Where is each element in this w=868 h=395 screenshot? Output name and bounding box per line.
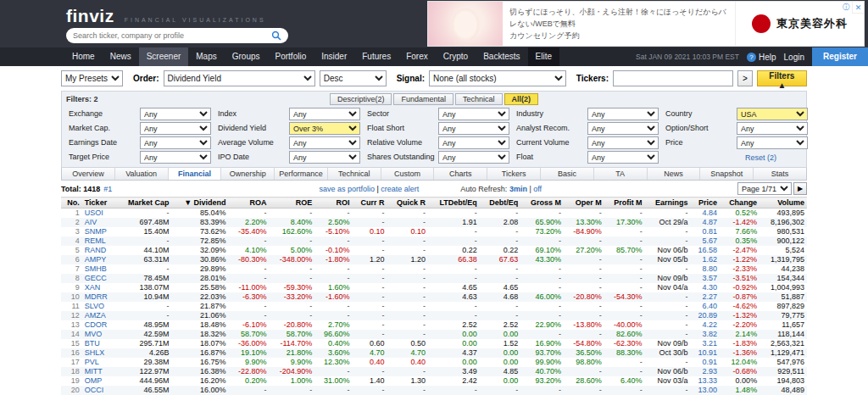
- finviz-logo[interactable]: finviz: [66, 6, 114, 26]
- filter-tab-technical[interactable]: Technical: [455, 93, 503, 105]
- ticker-link[interactable]: OCCI: [82, 386, 116, 395]
- ticker-link[interactable]: AMPY: [82, 255, 116, 264]
- filter-select-industry[interactable]: Any: [587, 108, 659, 120]
- table-row-shlx[interactable]: 16SHLX4.26B16.87%19.10%21.80%3.60%4.704.…: [61, 348, 807, 358]
- view-tab-technical[interactable]: Technical: [328, 168, 381, 180]
- table-row-mdrr[interactable]: 10MDRR10.94M22.03%-6.30%-33.20%-1.60%--4…: [61, 292, 807, 302]
- column-header-profit-m[interactable]: Profit M: [604, 198, 645, 209]
- nav-item-news[interactable]: News: [103, 47, 139, 66]
- table-row-cdor[interactable]: 13CDOR48.95M18.48%-6.10%-20.80%2.70%--2.…: [61, 320, 807, 330]
- view-tab-stats[interactable]: Stats: [754, 168, 806, 180]
- filter-select-option-short[interactable]: Any: [737, 122, 808, 135]
- filter-tab-fundamental[interactable]: Fundamental: [393, 93, 453, 105]
- view-tab-charts[interactable]: Charts: [434, 168, 487, 180]
- filter-select-shares-outstanding[interactable]: Any: [438, 151, 509, 164]
- table-row-slvo[interactable]: 11SLVO-21.87%-----------6.40-4.62%897,82…: [61, 302, 807, 311]
- search-icon[interactable]: [271, 31, 281, 41]
- view-tab-snapshot[interactable]: Snapshot: [700, 168, 754, 180]
- tickers-input[interactable]: [613, 70, 733, 86]
- page-select[interactable]: Page 1/71: [737, 182, 792, 195]
- next-page-button[interactable]: ▶: [793, 182, 807, 195]
- column-header-gross-m[interactable]: Gross M: [520, 198, 564, 209]
- login-link[interactable]: Login: [784, 53, 804, 62]
- ticker-link[interactable]: MITT: [82, 367, 116, 376]
- column-header-roe[interactable]: ROE: [269, 198, 314, 209]
- tickers-go-button[interactable]: >: [737, 70, 753, 86]
- ticker-link[interactable]: BTU: [82, 339, 116, 348]
- nav-item-home[interactable]: Home: [64, 47, 103, 66]
- column-header-market-cap[interactable]: Market Cap: [116, 198, 172, 209]
- view-tab-performance[interactable]: Performance: [275, 168, 328, 180]
- view-tab-news[interactable]: News: [648, 168, 701, 180]
- column-header-roi[interactable]: ROI: [314, 198, 352, 209]
- filter-select-sector[interactable]: Any: [438, 108, 509, 120]
- column-header-dividend[interactable]: ▼ Dividend: [172, 198, 229, 209]
- table-row-aiv[interactable]: 2AIV697.48M83.39%2.20%8.40%2.50%--1.912.…: [61, 218, 807, 227]
- ticker-link[interactable]: AMZA: [82, 311, 116, 320]
- refresh-off-link[interactable]: off: [533, 185, 542, 193]
- table-row-btu[interactable]: 15BTU295.71M18.07%-36.00%-114.70%0.40%0.…: [61, 339, 807, 348]
- filter-select-index[interactable]: Any: [289, 108, 360, 120]
- table-row-xan[interactable]: 9XAN138.07M25.58%-11.00%-59.30%1.60%--4.…: [61, 283, 807, 292]
- table-row-mvo[interactable]: 14MVO42.59M18.32%58.70%58.70%96.60%--0.0…: [61, 330, 807, 339]
- filter-select-market-cap[interactable]: Any: [140, 122, 211, 135]
- ticker-link[interactable]: MDRR: [82, 292, 116, 302]
- ad-line1[interactable]: 切らずにほっそり、小顔・えら注射！徐々にほっそりだからバレない/WEBで無料: [509, 6, 728, 30]
- filter-select-ipo-date[interactable]: Any: [289, 151, 360, 164]
- search-input[interactable]: [73, 31, 271, 40]
- create-alert-link[interactable]: create alert: [381, 185, 419, 193]
- nav-item-maps[interactable]: Maps: [188, 47, 224, 66]
- table-row-usoi[interactable]: 1USOI-85.04%-----------4.840.52%493,895: [61, 209, 807, 219]
- filter-tab-all-2[interactable]: All(2): [504, 93, 539, 105]
- view-tab-ownership[interactable]: Ownership: [221, 168, 275, 180]
- ticker-link[interactable]: OMP: [82, 376, 116, 386]
- nav-item-elite[interactable]: Elite: [528, 47, 559, 66]
- ticker-link[interactable]: MVO: [82, 330, 116, 339]
- ticker-link[interactable]: PVL: [82, 358, 116, 367]
- column-header-earnings[interactable]: Earnings: [645, 198, 691, 209]
- column-header-curr-r[interactable]: Curr R: [352, 198, 387, 209]
- view-tab-custom[interactable]: Custom: [381, 168, 435, 180]
- filter-select-float-short[interactable]: Any: [438, 122, 509, 135]
- order-select[interactable]: Dividend Yield: [164, 70, 315, 86]
- nav-item-futures[interactable]: Futures: [354, 47, 398, 66]
- view-tab-valuation[interactable]: Valuation: [115, 168, 169, 180]
- table-row-rand[interactable]: 5RAND44.10M32.09%4.10%5.00%-0.10%--0.220…: [61, 246, 807, 255]
- ad-banner[interactable]: 切らずにほっそり、小顔・えら注射！徐々にほっそりだからバレない/WEBで無料 カ…: [428, 2, 864, 46]
- result-anchor-link[interactable]: #1: [103, 185, 112, 193]
- ad-choices-icon[interactable]: ⓘ: [840, 2, 852, 14]
- table-row-amza[interactable]: 12AMZA-21.06%-----------20.89-1.32%79,77…: [61, 311, 807, 320]
- filters-toggle-button[interactable]: Filters ▲: [757, 70, 807, 86]
- table-row-pvl[interactable]: 17PVL29.38M16.75%9.90%9.90%12.30%0.400.4…: [61, 358, 807, 367]
- ad-close-icon[interactable]: ✕: [852, 2, 864, 14]
- table-row-snmp[interactable]: 3SNMP15.40M73.62%-35.40%162.60%-5.10%0.1…: [61, 227, 807, 236]
- table-row-occi[interactable]: 20OCCI46.55M16.00%-----------13.001.48%4…: [61, 386, 807, 395]
- ad-brand-name[interactable]: 東京美容外科: [776, 16, 848, 31]
- filter-select-current-volume[interactable]: Any: [587, 136, 659, 149]
- ticker-link[interactable]: SHLX: [82, 348, 116, 358]
- register-button[interactable]: Register: [812, 47, 868, 66]
- nav-item-portfolio[interactable]: Portfolio: [268, 47, 314, 66]
- filter-select-earnings-date[interactable]: Any: [140, 136, 211, 149]
- table-row-reml[interactable]: 4REML-72.85%-----------5.670.35%900,122: [61, 236, 807, 246]
- filter-select-analyst-recom[interactable]: Any: [587, 122, 659, 135]
- ticker-link[interactable]: SLVO: [82, 302, 116, 311]
- help-link[interactable]: ?Help: [747, 53, 776, 62]
- ticker-link[interactable]: SMHB: [82, 264, 116, 274]
- column-header-price[interactable]: Price: [690, 198, 720, 209]
- save-as-portfolio-link[interactable]: save as portfolio: [319, 185, 375, 193]
- column-header-change[interactable]: Change: [720, 198, 760, 209]
- column-header-volume[interactable]: Volume: [760, 198, 807, 209]
- ticker-link[interactable]: AIV: [82, 218, 116, 227]
- column-header-quick-r[interactable]: Quick R: [387, 198, 428, 209]
- filter-tab-descriptive-2[interactable]: Descriptive(2): [330, 93, 392, 105]
- nav-item-screener[interactable]: Screener: [139, 47, 189, 66]
- ticker-link[interactable]: RAND: [82, 246, 116, 255]
- reset-filters-link[interactable]: Reset (2): [745, 153, 776, 162]
- ticker-link[interactable]: USOI: [82, 209, 116, 219]
- signal-select[interactable]: None (all stocks): [429, 70, 566, 86]
- column-header-debt-eq[interactable]: Debt/Eq: [480, 198, 520, 209]
- refresh-interval-link[interactable]: 3min: [509, 185, 527, 193]
- ticker-link[interactable]: XAN: [82, 283, 116, 292]
- filter-select-float[interactable]: Any: [587, 151, 659, 164]
